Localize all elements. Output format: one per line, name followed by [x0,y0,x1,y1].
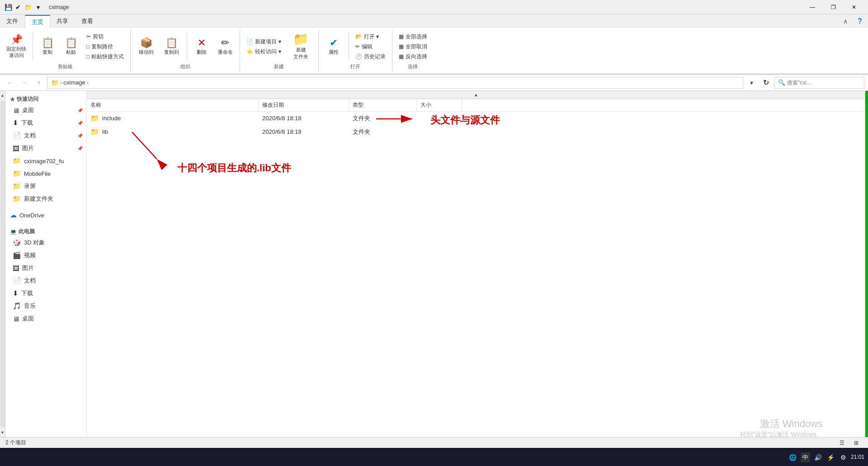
maximize-button[interactable]: ❐ [823,0,844,14]
properties-icon: ✔ [330,38,338,48]
search-icon: 🔍 [778,79,785,86]
tray-network-icon[interactable]: 🌐 [788,452,798,463]
file-row-include[interactable]: 📁 include 2020/6/8 18:18 文件夹 [87,112,865,125]
tray-settings-icon[interactable]: ⚙ [838,452,849,463]
tab-view[interactable]: 查看 [75,14,100,28]
deselect-all-icon: ▦ [399,43,404,50]
grid-view-button[interactable]: ⊞ [850,438,863,447]
move-to-button[interactable]: 📦 移动到 [134,32,158,61]
file-name-include: 📁 include [87,114,259,122]
title-bar: 💾 ✔ 📁 ▾ cximage — ❐ ✕ [0,0,868,14]
copy-button[interactable]: 📋 复制 [37,32,58,61]
file-date-lib: 2020/6/8 18:18 [259,128,349,135]
address-path[interactable]: 📁 › cximage › [47,77,743,89]
sidebar-item-desktop2[interactable]: 🖥 桌面 [5,312,86,325]
pin-to-quick-access-button[interactable]: 📌 固定到快速访问 [4,32,29,61]
pin-indicator-desktop: 📌 [77,108,83,113]
properties-button[interactable]: ✔ 属性 [322,32,345,61]
minimize-button[interactable]: — [802,0,823,14]
sidebar-item-downloads2[interactable]: ⬇ 下载 [5,287,86,300]
open-button[interactable]: 📂打开 ▾ [353,32,388,42]
new-item-button[interactable]: 📄新建项目 ▾ [244,37,283,47]
invert-selection-button[interactable]: ▦反向选择 [396,52,430,61]
tab-home[interactable]: 主页 [25,15,50,28]
tray-lang-icon[interactable]: 中 [800,452,811,463]
sidebar-item-cximage[interactable]: 📁 cximage702_fu [5,155,86,167]
search-input[interactable] [787,80,860,86]
sidebar-item-desktop[interactable]: 🖥 桌面 📌 [5,104,86,117]
close-button[interactable]: ✕ [844,0,864,14]
folder-icon[interactable]: 📁 [24,3,33,12]
sidebar-item-pictures[interactable]: 🖼 图片 📌 [5,142,86,155]
screenrecord-icon: 📁 [13,182,21,190]
tray-battery-icon[interactable]: ⚡ [826,452,836,463]
item-count: 2 个项目 [5,439,26,447]
col-header-type[interactable]: 类型 [349,99,417,111]
deselect-all-button[interactable]: ▦全部取消 [396,42,430,52]
tab-file[interactable]: 文件 [0,14,25,28]
rename-button[interactable]: ✏ 重命名 [214,32,236,61]
paste-shortcut-button[interactable]: □粘贴快捷方式 [84,52,127,61]
cut-button[interactable]: ✂剪切 [84,32,127,42]
copy-path-button[interactable]: □复制路径 [84,42,127,52]
file-row-lib[interactable]: 📁 lib 2020/6/8 18:18 文件夹 [87,125,865,139]
sidebar-item-videos[interactable]: 🎬 视频 [5,249,86,262]
tray-sound-icon[interactable]: 🔊 [813,452,824,463]
col-header-name[interactable]: 名称 [87,99,259,111]
thispc-icon: 💻 [10,229,17,235]
pin-icon: 📌 [10,35,23,45]
downloads2-icon: ⬇ [13,289,19,297]
back-button[interactable]: ← [4,76,16,89]
sidebar-item-newfolder[interactable]: 📁 新建文件夹 [5,193,86,205]
list-view-button[interactable]: ☰ [835,438,848,447]
taskbar: 🌐 中 🔊 ⚡ ⚙ 21:01 [0,448,868,466]
sidebar-item-3dobjects[interactable]: 🎲 3D 对象 [5,236,86,249]
edit-button[interactable]: ✏编辑 [353,42,388,52]
scissors-icon: ✂ [86,33,91,40]
file-type-include: 文件夹 [349,114,417,122]
ribbon-group-select: ▦全部选择 ▦全部取消 ▦反向选择 选择 [392,30,434,72]
forward-button[interactable]: → [18,76,31,89]
col-header-size[interactable]: 大小 [417,99,462,111]
ribbon-collapse-button[interactable]: ∧ [839,15,852,28]
col-header-date[interactable]: 修改日期 [259,99,349,111]
sidebar-item-music[interactable]: 🎵 音乐 [5,300,86,312]
copy-to-button[interactable]: 📋 复制到 [160,32,183,61]
path-separator-1: › [60,79,62,86]
status-right: ☰ ⊞ [835,438,863,447]
scroll-top-indicator[interactable]: ▲ [87,91,865,99]
select-all-button[interactable]: ▦全部选择 [396,32,430,42]
search-box[interactable]: 🔍 [774,77,864,89]
checkmark-icon[interactable]: ✔ [14,3,23,12]
delete-button[interactable]: ✕ 删除 [191,32,212,61]
sidebar-item-mobilefile[interactable]: 📁 MobileFile [5,167,86,180]
sidebar-item-downloads[interactable]: ⬇ 下载 📌 [5,117,86,129]
sidebar-item-documents2[interactable]: 📄 文档 [5,274,86,287]
paste-button[interactable]: 📋 粘贴 [60,32,82,61]
col-type-label: 类型 [353,101,363,109]
ribbon-help-button[interactable]: ? [854,15,866,28]
sidebar-scroll-up[interactable]: ▲ [0,91,5,100]
window-title: cximage [49,4,69,10]
path-cximage[interactable]: cximage [63,79,85,86]
sidebar-item-documents[interactable]: 📄 文档 📌 [5,129,86,142]
sidebar-scrollbar-thumb[interactable] [0,101,5,427]
easy-access-button[interactable]: ⭐轻松访问 ▾ [244,47,283,56]
sidebar-item-onedrive[interactable]: ☁ OneDrive [5,209,86,221]
select-small-buttons: ▦全部选择 ▦全部取消 ▦反向选择 [396,32,430,61]
sidebar-item-screenrecord[interactable]: 📁 录屏 [5,180,86,193]
new-folder-button[interactable]: 📁 新建文件夹 [288,32,315,61]
sidebar-scroll-down[interactable]: ▼ [0,428,5,437]
desktop-icon: 🖥 [13,107,19,114]
save-icon[interactable]: 💾 [4,3,13,12]
easy-access-icon: ⭐ [246,48,253,55]
dropdown-button[interactable]: ▾ [745,76,758,89]
refresh-button[interactable]: ↻ [760,76,772,89]
open-items: ✔ 属性 📂打开 ▾ ✏编辑 🕐历史记录 [322,32,388,61]
tab-share[interactable]: 共享 [50,14,75,28]
history-button[interactable]: 🕐历史记录 [353,52,388,61]
up-button[interactable]: ↑ [33,76,45,89]
onedrive-icon: ☁ [10,211,17,219]
dropdown-arrow-icon[interactable]: ▾ [33,3,42,12]
sidebar-item-pictures2[interactable]: 🖼 图片 [5,262,86,274]
